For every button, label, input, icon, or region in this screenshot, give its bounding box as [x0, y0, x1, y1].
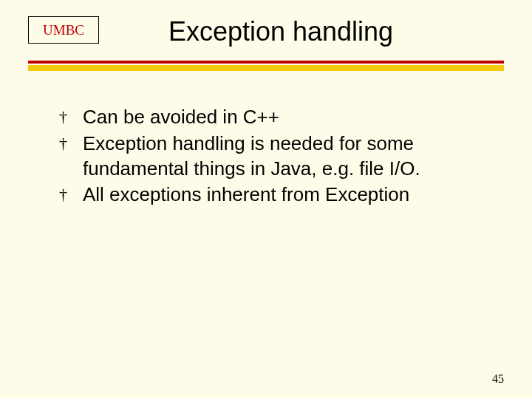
- dagger-icon: †: [59, 133, 67, 154]
- dagger-icon: †: [59, 106, 67, 128]
- bullet-text: All exceptions inherent from Exception: [83, 183, 409, 205]
- divider-red: [28, 61, 504, 64]
- bullet-text: Can be avoided in C++: [83, 106, 279, 128]
- list-item: † Can be avoided in C++: [59, 105, 473, 130]
- slide-content: † Can be avoided in C++ † Exception hand…: [59, 105, 473, 208]
- logo-box: UMBC: [28, 16, 99, 44]
- bullet-list: † Can be avoided in C++ † Exception hand…: [59, 105, 473, 208]
- logo-text: UMBC: [43, 22, 84, 38]
- divider: [28, 61, 504, 71]
- bullet-text: Exception handling is needed for some fu…: [83, 132, 420, 180]
- dagger-icon: †: [59, 184, 67, 205]
- slide-header: UMBC Exception handling: [0, 0, 532, 71]
- list-item: † Exception handling is needed for some …: [59, 132, 473, 182]
- divider-yellow: [28, 65, 504, 71]
- list-item: † All exceptions inherent from Exception: [59, 183, 473, 208]
- page-number: 45: [492, 372, 504, 386]
